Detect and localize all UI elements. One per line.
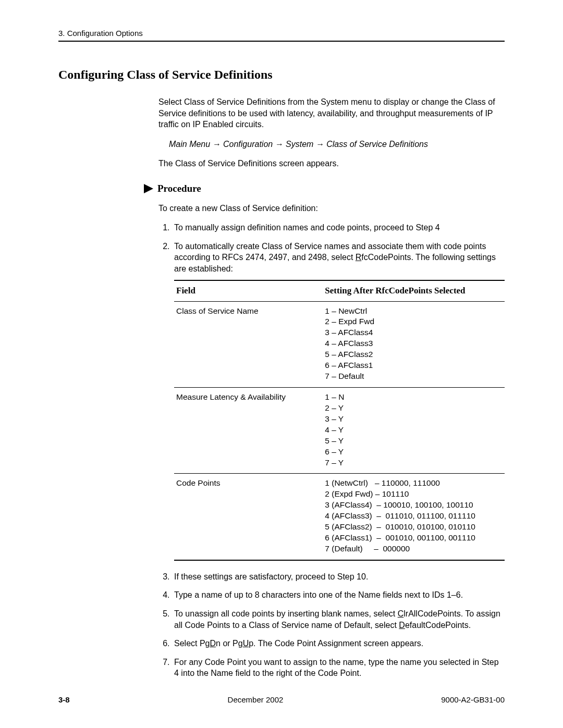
running-header: 3. Configuration Options <box>58 29 505 38</box>
step-3: If these settings are satisfactory, proc… <box>172 571 505 583</box>
mnemonic-c: C <box>398 609 404 618</box>
page-footer: 3-8 December 2002 9000-A2-GB31-00 <box>58 695 505 704</box>
svg-marker-0 <box>144 184 153 193</box>
mnemonic-d: D <box>399 621 405 630</box>
step-7: For any Code Point you want to assign to… <box>172 657 505 679</box>
procedure-arrow-icon <box>144 184 153 193</box>
settings-table: Field Setting After RfcCodePoints Select… <box>174 280 505 561</box>
footer-date: December 2002 <box>228 695 284 704</box>
table-row: Class of Service Name 1 – NewCtrl 2 – Ex… <box>174 301 505 387</box>
section-title: Configuring Class of Service Definitions <box>58 68 505 82</box>
table-header-setting: Setting After RfcCodePoints Selected <box>323 280 505 301</box>
after-nav-text: The Class of Service Definitions screen … <box>158 158 505 169</box>
step-1: To manually assign definition names and … <box>172 222 505 233</box>
step-link-4a: Step 4 <box>415 223 439 232</box>
intro-paragraph: Select Class of Service Definitions from… <box>158 96 505 130</box>
table-header-field: Field <box>174 280 323 301</box>
header-rule <box>58 41 505 42</box>
procedure-intro: To create a new Class of Service definit… <box>158 203 505 214</box>
mnemonic-up: U <box>243 639 249 648</box>
step-5: To unassign all code points by inserting… <box>172 608 505 631</box>
step-2: To automatically create Class of Service… <box>172 241 505 561</box>
table-row: Code Points 1 (NetwCtrl) – 110000, 11100… <box>174 474 505 560</box>
step-4: Type a name of up to 8 characters into o… <box>172 589 505 601</box>
mnemonic-r: R <box>356 253 362 262</box>
table-row: Measure Latency & Availability 1 – N 2 –… <box>174 387 505 473</box>
menu-path: Main Menu → Configuration → System → Cla… <box>169 139 505 150</box>
mnemonic-dn: D <box>210 639 216 648</box>
page-number: 3-8 <box>58 695 70 704</box>
footer-docid: 9000-A2-GB31-00 <box>441 695 505 704</box>
step-link-10: Step 10 <box>337 572 366 581</box>
procedure-heading: Procedure <box>157 182 201 195</box>
step-6: Select PgDn or PgUp. The Code Point Assi… <box>172 638 505 649</box>
